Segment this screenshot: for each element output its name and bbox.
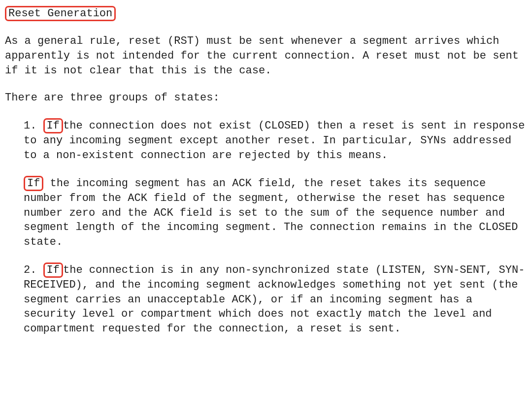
state-group-1: 1. If the connection does not exist (CLO… bbox=[5, 118, 527, 163]
list-number-1: 1. bbox=[24, 120, 43, 132]
item1b-text: the incoming segment has an ACK field, t… bbox=[24, 177, 518, 248]
highlight-if-1b: If bbox=[24, 176, 43, 191]
item2-text: the connection is in any non-synchronize… bbox=[24, 264, 525, 335]
highlight-if-1: If bbox=[43, 118, 63, 133]
section-title-highlight: Reset Generation bbox=[5, 6, 116, 21]
highlight-if-2: If bbox=[43, 263, 63, 278]
state-group-2: 2. If the connection is in any non-synch… bbox=[5, 263, 527, 336]
intro-paragraph: As a general rule, reset (RST) must be s… bbox=[5, 34, 527, 78]
item1-text: the connection does not exist (CLOSED) t… bbox=[24, 120, 525, 162]
groups-intro: There are three groups of states: bbox=[5, 91, 527, 105]
state-group-1-continued: If the incoming segment has an ACK field… bbox=[5, 176, 527, 250]
list-number-2: 2. bbox=[24, 264, 43, 276]
section-title-container: Reset Generation bbox=[5, 6, 527, 21]
